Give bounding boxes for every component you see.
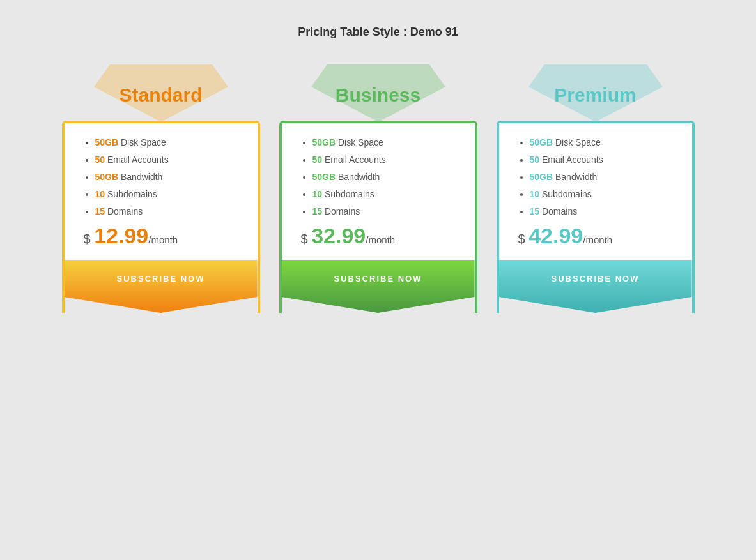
business-gradient-footer: SUBSCRIBE NOW — [282, 260, 475, 313]
standard-price-row: $ 12.99/month — [84, 223, 238, 248]
premium-feature-item: 50GB Disk Space — [530, 137, 673, 148]
premium-currency-symbol: $ — [518, 232, 529, 246]
premium-white-area: 50GB Disk Space50 Email Accounts50GB Ban… — [499, 123, 692, 260]
premium-plan-name: Premium — [554, 81, 636, 106]
business-feature-item: 15 Domains — [312, 206, 456, 216]
standard-gradient-footer: SUBSCRIBE NOW — [65, 260, 258, 313]
business-feature-label: Email Accounts — [322, 155, 386, 165]
business-feature-number: 50 — [312, 155, 323, 165]
business-feature-item: 50 Email Accounts — [312, 155, 456, 165]
business-main-card: 50GB Disk Space50 Email Accounts50GB Ban… — [279, 121, 477, 313]
standard-subscribe-button[interactable]: SUBSCRIBE NOW — [117, 274, 205, 284]
standard-feature-number: 50GB — [95, 137, 119, 148]
business-price-period: /month — [366, 234, 395, 245]
standard-price-value: 12.99 — [94, 223, 148, 248]
premium-feature-label: Email Accounts — [539, 155, 603, 165]
business-plan-name: Business — [336, 81, 420, 106]
premium-feature-number: 50GB — [530, 172, 553, 182]
premium-feature-number: 50 — [530, 155, 540, 165]
plan-card-premium: Premium 50GB Disk Space50 Email Accounts… — [497, 64, 695, 313]
standard-feature-label: Subdomains — [105, 189, 157, 199]
premium-feature-label: Disk Space — [553, 137, 601, 148]
standard-white-area: 50GB Disk Space50 Email Accounts50GB Ban… — [65, 123, 258, 260]
premium-gradient-footer: SUBSCRIBE NOW — [499, 260, 692, 313]
standard-feature-label: Bandwidth — [118, 172, 162, 182]
premium-feature-label: Domains — [539, 206, 577, 216]
standard-plan-name: Standard — [119, 81, 202, 106]
premium-feature-label: Subdomains — [539, 189, 592, 199]
standard-hex-top: Standard — [94, 64, 228, 122]
business-feature-item: 50GB Bandwidth — [312, 172, 456, 182]
standard-feature-label: Disk Space — [118, 137, 166, 148]
standard-feature-item: 50GB Disk Space — [95, 137, 238, 148]
business-hex-top: Business — [311, 64, 445, 122]
business-feature-label: Bandwidth — [336, 172, 380, 182]
business-feature-number: 50GB — [312, 137, 336, 148]
standard-price-period: /month — [148, 234, 178, 245]
standard-feature-item: 50GB Bandwidth — [95, 172, 238, 182]
standard-currency-symbol: $ — [84, 232, 95, 246]
business-feature-label: Domains — [322, 206, 360, 216]
business-currency-symbol: $ — [301, 232, 312, 246]
standard-feature-item: 50 Email Accounts — [95, 155, 238, 165]
standard-feature-item: 15 Domains — [95, 206, 238, 216]
plan-card-business: Business 50GB Disk Space50 Email Account… — [279, 64, 477, 313]
plan-card-standard: Standard 50GB Disk Space50 Email Account… — [62, 64, 260, 313]
business-feature-number: 15 — [312, 206, 323, 216]
premium-feature-number: 15 — [530, 206, 540, 216]
business-feature-item: 50GB Disk Space — [312, 137, 456, 148]
premium-feature-number: 50GB — [530, 137, 553, 148]
premium-feature-item: 10 Subdomains — [530, 189, 673, 199]
standard-feature-number: 15 — [95, 206, 105, 216]
standard-feature-label: Email Accounts — [105, 155, 169, 165]
premium-feature-item: 50GB Bandwidth — [530, 172, 673, 182]
premium-price-row: $ 42.99/month — [518, 223, 673, 248]
business-subscribe-button[interactable]: SUBSCRIBE NOW — [334, 274, 422, 284]
premium-feature-item: 50 Email Accounts — [530, 155, 673, 165]
premium-price-value: 42.99 — [528, 223, 583, 248]
pricing-cards-container: Standard 50GB Disk Space50 Email Account… — [62, 64, 695, 313]
premium-feature-number: 10 — [530, 189, 540, 199]
standard-feature-item: 10 Subdomains — [95, 189, 238, 199]
business-feature-item: 10 Subdomains — [312, 189, 456, 199]
business-white-area: 50GB Disk Space50 Email Accounts50GB Ban… — [282, 123, 475, 260]
business-feature-label: Disk Space — [336, 137, 383, 148]
standard-feature-label: Domains — [105, 206, 143, 216]
premium-hex-top: Premium — [528, 64, 663, 122]
standard-feature-number: 10 — [95, 189, 105, 199]
page-title: Pricing Table Style : Demo 91 — [298, 26, 458, 39]
premium-main-card: 50GB Disk Space50 Email Accounts50GB Ban… — [497, 121, 695, 313]
premium-feature-label: Bandwidth — [553, 172, 597, 182]
business-feature-number: 10 — [312, 189, 323, 199]
business-price-value: 32.99 — [311, 223, 366, 248]
standard-button-row: SUBSCRIBE NOW — [65, 260, 258, 294]
business-price-row: $ 32.99/month — [301, 223, 456, 248]
business-feature-number: 50GB — [312, 172, 336, 182]
premium-feature-item: 15 Domains — [530, 206, 673, 216]
standard-feature-number: 50GB — [95, 172, 119, 182]
premium-price-period: /month — [583, 234, 612, 245]
premium-button-row: SUBSCRIBE NOW — [499, 260, 692, 294]
standard-feature-number: 50 — [95, 155, 105, 165]
business-button-row: SUBSCRIBE NOW — [282, 260, 475, 294]
premium-subscribe-button[interactable]: SUBSCRIBE NOW — [552, 274, 640, 284]
standard-main-card: 50GB Disk Space50 Email Accounts50GB Ban… — [62, 121, 260, 313]
business-feature-label: Subdomains — [322, 189, 374, 199]
